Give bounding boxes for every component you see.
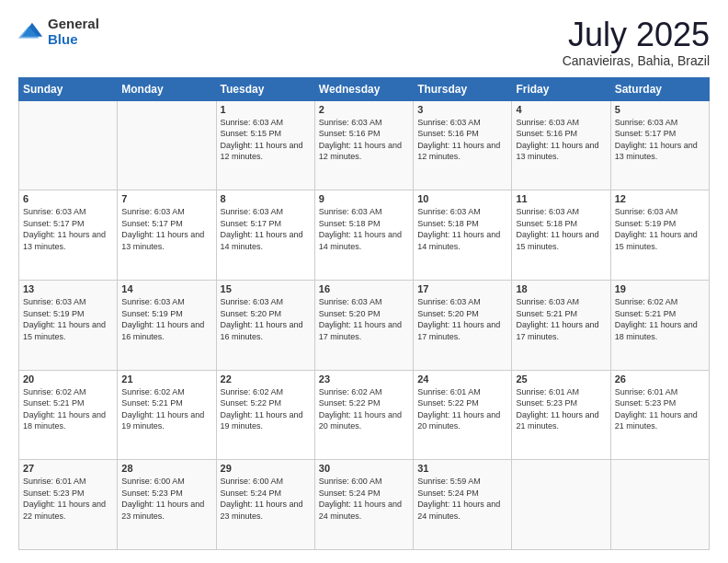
- calendar-cell: 21Sunrise: 6:02 AM Sunset: 5:21 PM Dayli…: [118, 370, 216, 460]
- calendar-cell: 23Sunrise: 6:02 AM Sunset: 5:22 PM Dayli…: [314, 370, 413, 460]
- day-info: Sunrise: 6:03 AM Sunset: 5:19 PM Dayligh…: [615, 206, 705, 252]
- calendar-cell: 1Sunrise: 6:03 AM Sunset: 5:15 PM Daylig…: [216, 100, 314, 190]
- day-info: Sunrise: 6:03 AM Sunset: 5:16 PM Dayligh…: [516, 117, 606, 163]
- day-number: 20: [23, 373, 113, 385]
- calendar-cell: 24Sunrise: 6:01 AM Sunset: 5:22 PM Dayli…: [414, 370, 512, 460]
- week-row-2: 6Sunrise: 6:03 AM Sunset: 5:17 PM Daylig…: [19, 190, 710, 281]
- calendar-header-monday: Monday: [118, 77, 216, 100]
- day-info: Sunrise: 6:03 AM Sunset: 5:17 PM Dayligh…: [121, 206, 211, 252]
- calendar-header-wednesday: Wednesday: [314, 77, 413, 100]
- day-number: 16: [319, 283, 409, 294]
- day-info: Sunrise: 6:03 AM Sunset: 5:17 PM Dayligh…: [23, 206, 113, 252]
- calendar-header-friday: Friday: [512, 77, 610, 100]
- logo-blue-text: Blue: [48, 31, 78, 47]
- calendar-cell: [610, 460, 709, 550]
- location: Canavieiras, Bahia, Brazil: [563, 53, 710, 68]
- calendar-cell: 27Sunrise: 6:01 AM Sunset: 5:23 PM Dayli…: [19, 460, 118, 550]
- calendar-cell: 26Sunrise: 6:01 AM Sunset: 5:23 PM Dayli…: [610, 370, 709, 460]
- day-info: Sunrise: 6:03 AM Sunset: 5:18 PM Dayligh…: [319, 206, 409, 252]
- calendar-cell: 28Sunrise: 6:00 AM Sunset: 5:23 PM Dayli…: [118, 460, 216, 550]
- day-number: 11: [516, 193, 606, 204]
- day-number: 12: [615, 193, 705, 204]
- calendar-cell: 11Sunrise: 6:03 AM Sunset: 5:18 PM Dayli…: [512, 190, 610, 281]
- day-number: 27: [23, 463, 113, 474]
- day-info: Sunrise: 6:02 AM Sunset: 5:21 PM Dayligh…: [615, 296, 705, 342]
- day-number: 4: [516, 104, 606, 115]
- day-number: 22: [221, 373, 311, 385]
- calendar-cell: 22Sunrise: 6:02 AM Sunset: 5:22 PM Dayli…: [216, 370, 314, 460]
- calendar-cell: 2Sunrise: 6:03 AM Sunset: 5:16 PM Daylig…: [314, 100, 413, 190]
- day-info: Sunrise: 6:03 AM Sunset: 5:19 PM Dayligh…: [23, 296, 113, 342]
- calendar-cell: 14Sunrise: 6:03 AM Sunset: 5:19 PM Dayli…: [118, 280, 216, 370]
- day-number: 26: [615, 373, 705, 385]
- day-number: 8: [221, 193, 311, 204]
- calendar-cell: [512, 460, 610, 550]
- day-number: 30: [319, 463, 409, 474]
- week-row-1: 1Sunrise: 6:03 AM Sunset: 5:15 PM Daylig…: [19, 100, 710, 190]
- calendar-header-thursday: Thursday: [414, 77, 512, 100]
- calendar-table: SundayMondayTuesdayWednesdayThursdayFrid…: [18, 77, 710, 550]
- day-number: 5: [615, 104, 705, 115]
- calendar-cell: 8Sunrise: 6:03 AM Sunset: 5:17 PM Daylig…: [216, 190, 314, 281]
- calendar-cell: 9Sunrise: 6:03 AM Sunset: 5:18 PM Daylig…: [314, 190, 413, 281]
- day-info: Sunrise: 6:03 AM Sunset: 5:20 PM Dayligh…: [319, 296, 409, 342]
- calendar-cell: 18Sunrise: 6:03 AM Sunset: 5:21 PM Dayli…: [512, 280, 610, 370]
- day-info: Sunrise: 6:01 AM Sunset: 5:23 PM Dayligh…: [23, 476, 113, 522]
- day-number: 21: [121, 373, 211, 385]
- day-number: 14: [121, 283, 211, 294]
- month-year: July 2025: [563, 17, 710, 53]
- calendar-header-saturday: Saturday: [610, 77, 709, 100]
- day-info: Sunrise: 6:01 AM Sunset: 5:23 PM Dayligh…: [615, 386, 705, 432]
- calendar-cell: 10Sunrise: 6:03 AM Sunset: 5:18 PM Dayli…: [414, 190, 512, 281]
- day-number: 6: [23, 193, 113, 204]
- day-info: Sunrise: 6:03 AM Sunset: 5:17 PM Dayligh…: [615, 117, 705, 163]
- day-info: Sunrise: 6:01 AM Sunset: 5:22 PM Dayligh…: [417, 386, 507, 432]
- calendar-cell: 25Sunrise: 6:01 AM Sunset: 5:23 PM Dayli…: [512, 370, 610, 460]
- day-number: 23: [319, 373, 409, 385]
- day-number: 18: [516, 283, 606, 294]
- day-info: Sunrise: 6:01 AM Sunset: 5:23 PM Dayligh…: [516, 386, 606, 432]
- calendar-cell: 16Sunrise: 6:03 AM Sunset: 5:20 PM Dayli…: [314, 280, 413, 370]
- day-number: 17: [417, 283, 507, 294]
- day-number: 7: [121, 193, 211, 204]
- calendar-cell: 19Sunrise: 6:02 AM Sunset: 5:21 PM Dayli…: [610, 280, 709, 370]
- day-info: Sunrise: 6:00 AM Sunset: 5:24 PM Dayligh…: [221, 476, 311, 522]
- day-info: Sunrise: 5:59 AM Sunset: 5:24 PM Dayligh…: [417, 476, 507, 522]
- day-info: Sunrise: 6:02 AM Sunset: 5:21 PM Dayligh…: [23, 386, 113, 432]
- calendar-header-row: SundayMondayTuesdayWednesdayThursdayFrid…: [19, 77, 710, 100]
- calendar-header-tuesday: Tuesday: [216, 77, 314, 100]
- day-info: Sunrise: 6:02 AM Sunset: 5:21 PM Dayligh…: [121, 386, 211, 432]
- day-info: Sunrise: 6:03 AM Sunset: 5:15 PM Dayligh…: [221, 117, 311, 163]
- calendar-cell: 31Sunrise: 5:59 AM Sunset: 5:24 PM Dayli…: [414, 460, 512, 550]
- calendar-cell: [118, 100, 216, 190]
- calendar-cell: 5Sunrise: 6:03 AM Sunset: 5:17 PM Daylig…: [610, 100, 709, 190]
- day-number: 2: [319, 104, 409, 115]
- calendar-cell: 3Sunrise: 6:03 AM Sunset: 5:16 PM Daylig…: [414, 100, 512, 190]
- calendar-cell: 29Sunrise: 6:00 AM Sunset: 5:24 PM Dayli…: [216, 460, 314, 550]
- calendar-cell: 12Sunrise: 6:03 AM Sunset: 5:19 PM Dayli…: [610, 190, 709, 281]
- day-info: Sunrise: 6:03 AM Sunset: 5:20 PM Dayligh…: [417, 296, 507, 342]
- calendar-cell: 15Sunrise: 6:03 AM Sunset: 5:20 PM Dayli…: [216, 280, 314, 370]
- day-number: 19: [615, 283, 705, 294]
- day-number: 24: [417, 373, 507, 385]
- day-number: 10: [417, 193, 507, 204]
- day-info: Sunrise: 6:02 AM Sunset: 5:22 PM Dayligh…: [319, 386, 409, 432]
- logo-general-text: General: [48, 16, 99, 31]
- title-block: July 2025 Canavieiras, Bahia, Brazil: [563, 17, 710, 68]
- day-info: Sunrise: 6:00 AM Sunset: 5:24 PM Dayligh…: [319, 476, 409, 522]
- day-number: 13: [23, 283, 113, 294]
- day-info: Sunrise: 6:03 AM Sunset: 5:19 PM Dayligh…: [121, 296, 211, 342]
- calendar-cell: 13Sunrise: 6:03 AM Sunset: 5:19 PM Dayli…: [19, 280, 118, 370]
- day-info: Sunrise: 6:03 AM Sunset: 5:17 PM Dayligh…: [221, 206, 311, 252]
- day-number: 9: [319, 193, 409, 204]
- header: General Blue July 2025 Canavieiras, Bahi…: [18, 17, 710, 68]
- day-info: Sunrise: 6:03 AM Sunset: 5:20 PM Dayligh…: [221, 296, 311, 342]
- logo: General Blue: [18, 17, 99, 47]
- week-row-4: 20Sunrise: 6:02 AM Sunset: 5:21 PM Dayli…: [19, 370, 710, 460]
- day-number: 25: [516, 373, 606, 385]
- day-info: Sunrise: 6:03 AM Sunset: 5:16 PM Dayligh…: [417, 117, 507, 163]
- calendar-cell: 4Sunrise: 6:03 AM Sunset: 5:16 PM Daylig…: [512, 100, 610, 190]
- calendar-cell: 17Sunrise: 6:03 AM Sunset: 5:20 PM Dayli…: [414, 280, 512, 370]
- day-number: 1: [221, 104, 311, 115]
- calendar-cell: 20Sunrise: 6:02 AM Sunset: 5:21 PM Dayli…: [19, 370, 118, 460]
